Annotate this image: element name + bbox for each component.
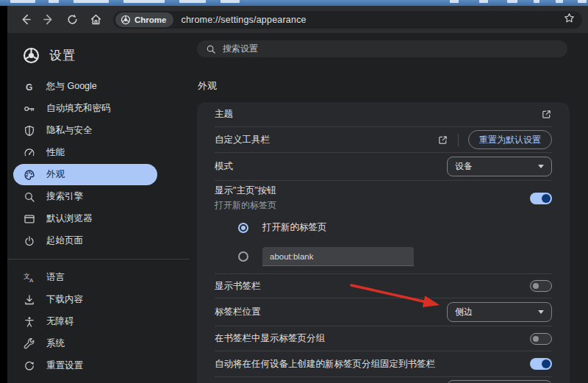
mode-select[interactable]: 设备: [447, 157, 552, 176]
menubar-status-icon: [479, 0, 488, 3]
palette-icon: [23, 168, 35, 181]
screen: Chrome chrome://settings/appearance: [0, 0, 588, 383]
external-link-icon: [437, 135, 448, 146]
page-title: 设置: [49, 47, 76, 64]
sidebar-item-label: 重置设置: [46, 359, 83, 372]
chrome-badge-label: Chrome: [135, 15, 166, 24]
show-bookmarks-bar-toggle[interactable]: [530, 280, 552, 292]
reload-button[interactable]: [65, 12, 79, 27]
show-home-button-toggle[interactable]: [530, 193, 552, 204]
bookmark-star-button[interactable]: [564, 12, 575, 26]
radio-unselected-icon[interactable]: [238, 251, 248, 262]
sidebar-item-accessibility[interactable]: 无障碍: [13, 311, 157, 332]
show-home-button-label: 显示"主页"按钮: [215, 185, 276, 197]
sidebar-item-label: 性能: [46, 146, 65, 159]
customize-toolbar-row[interactable]: 自定义工具栏 重置为默认设置: [215, 126, 552, 152]
sidebar-item-autofill[interactable]: 自动填充和密码: [13, 98, 157, 119]
customize-toolbar-label: 自定义工具栏: [215, 134, 270, 146]
tab-groups-in-bar-toggle[interactable]: [530, 333, 552, 345]
sidebar-item-privacy[interactable]: 隐私与安全: [13, 120, 157, 141]
svg-text:G: G: [26, 82, 32, 92]
sidebar-item-appearance[interactable]: 外观: [13, 164, 157, 185]
wrench-icon: [23, 337, 35, 350]
sidebar-item-label: 自动填充和密码: [46, 102, 111, 115]
home-icon: [91, 15, 100, 24]
search-icon: [206, 44, 216, 54]
tab-groups-in-bar-row: 在书签栏中显示标签页分组: [215, 326, 552, 351]
auto-pin-groups-row: 自动将在任何设备上创建的新标签页分组固定到书签栏: [215, 351, 552, 376]
mode-row: 模式 设备: [215, 152, 552, 180]
menubar-status-icon: [507, 0, 517, 3]
sidebar-item-downloads[interactable]: 下载内容: [13, 289, 157, 310]
homepage-url-input[interactable]: [262, 247, 414, 266]
back-icon: [23, 15, 30, 24]
home-button[interactable]: [88, 12, 103, 27]
sidebar-item-label: 搜索引擎: [46, 190, 83, 203]
sidebar-item-you-and-google[interactable]: G 您与 Google: [13, 76, 157, 97]
show-bookmarks-bar-row: 显示书签栏: [215, 273, 552, 298]
theme-label: 主题: [215, 108, 233, 121]
external-link-icon: [541, 109, 552, 120]
reset-icon: [23, 359, 35, 372]
auto-pin-groups-toggle[interactable]: [530, 358, 552, 370]
settings-page: 设置 G 您与 Google 自动填充和密码: [7, 33, 588, 383]
settings-search[interactable]: 搜索设置: [197, 40, 567, 57]
star-icon: [565, 14, 574, 22]
power-icon: [23, 235, 35, 247]
macos-menubar: [0, 0, 588, 6]
sidebar-item-system[interactable]: 系统: [13, 333, 157, 354]
theme-row[interactable]: 主题: [215, 102, 552, 126]
back-button[interactable]: [18, 12, 32, 27]
menubar-status-icon: [578, 0, 587, 3]
menubar-fragment: [123, 0, 165, 3]
new-tab-radio-label: 打开新的标签页: [262, 221, 327, 234]
appearance-card: 主题 自定义工具栏 重置为默认设置 模式: [197, 102, 570, 383]
forward-icon: [44, 15, 51, 24]
partial-row: [215, 376, 552, 383]
custom-url-radio-row[interactable]: [215, 240, 552, 273]
url-text[interactable]: chrome://settings/appearance: [181, 15, 306, 25]
show-home-button-row: 显示"主页"按钮 打开新的标签页: [215, 180, 552, 215]
download-icon: [23, 293, 35, 306]
sidebar-item-label: 下载内容: [46, 293, 83, 306]
shield-icon: [23, 124, 35, 137]
key-icon: [23, 102, 35, 115]
address-bar[interactable]: Chrome chrome://settings/appearance: [113, 11, 582, 29]
sidebar-item-performance[interactable]: 性能: [13, 142, 157, 163]
new-tab-radio-row[interactable]: 打开新的标签页: [215, 215, 552, 240]
sidebar-item-search-engine[interactable]: 搜索引擎: [13, 186, 157, 207]
sidebar-item-label: 外观: [46, 168, 65, 181]
browser-window: Chrome chrome://settings/appearance: [7, 6, 588, 383]
settings-main: 搜索设置 外观 主题 自定义工具栏 重置为默认设置: [190, 33, 588, 383]
sidebar-divider: [7, 259, 190, 259]
svg-text:A: A: [29, 277, 34, 284]
tabstrip-position-label: 标签栏位置: [215, 306, 261, 318]
sidebar-item-reset[interactable]: 重置设置: [13, 355, 157, 376]
sidebar-item-label: 无障碍: [46, 315, 74, 328]
tabstrip-position-select[interactable]: 侧边: [447, 302, 552, 322]
show-home-button-sublabel: 打开新的标签页: [215, 199, 276, 212]
forward-button[interactable]: [41, 12, 56, 27]
reset-to-default-button[interactable]: 重置为默认设置: [468, 130, 552, 149]
chrome-badge: Chrome: [115, 12, 173, 27]
menubar-fragment: [49, 0, 59, 3]
radio-selected-icon[interactable]: [238, 223, 248, 233]
menubar-fragment: [10, 0, 35, 3]
sidebar-item-label: 起始页面: [46, 235, 83, 247]
menubar-status-icon: [556, 0, 563, 3]
vertical-divider: [458, 134, 459, 146]
menubar-fragment: [179, 0, 206, 3]
mode-select-value: 设备: [455, 160, 473, 173]
sidebar-item-on-startup[interactable]: 起始页面: [13, 230, 157, 251]
auto-pin-groups-label: 自动将在任何设备上创建的新标签页分组固定到书签栏: [215, 358, 435, 371]
accessibility-icon: [23, 315, 35, 328]
chrome-logo-icon: [121, 15, 131, 25]
sidebar-item-languages[interactable]: 文A 语言: [13, 267, 157, 288]
sidebar-item-label: 语言: [46, 271, 65, 284]
sidebar-item-default-browser[interactable]: 默认浏览器: [13, 208, 157, 229]
partial-select[interactable]: [447, 380, 552, 383]
tabstrip-position-row: 标签栏位置 侧边: [215, 298, 552, 326]
sidebar-item-label: 隐私与安全: [46, 124, 93, 137]
search-placeholder: 搜索设置: [223, 43, 258, 55]
browser-toolbar: Chrome chrome://settings/appearance: [7, 6, 588, 33]
